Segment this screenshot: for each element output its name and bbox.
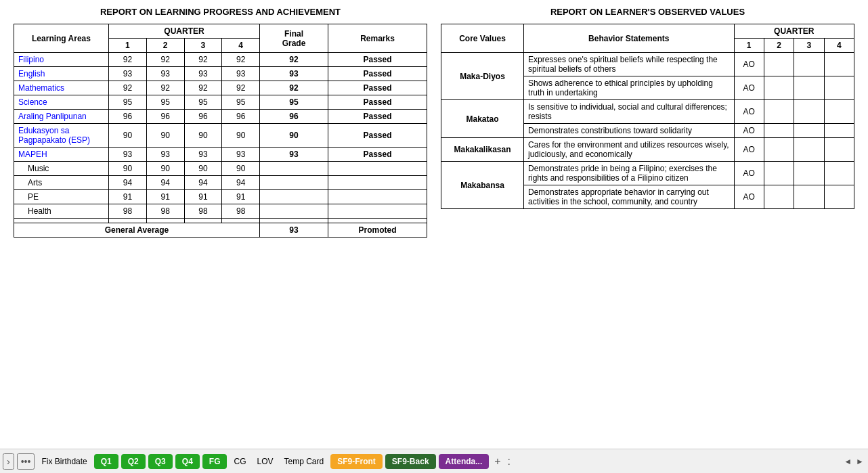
fg-tab[interactable]: FG [202,454,227,469]
right-section-title: REPORT ON LEARNER'S OBSERVED VALUES [441,7,854,17]
q4-tab[interactable]: Q4 [175,454,200,469]
q1-tab[interactable]: Q1 [94,454,118,469]
q1-rating: AO [734,162,764,185]
q4-rating [824,124,854,138]
q2-rating [764,76,794,100]
final-grade: 93 [260,67,328,81]
remarks-header: Remarks [328,24,427,53]
tab-scrollbar: ◄ ► [842,455,865,468]
q3-score: 96 [184,110,222,124]
q2-header: 2 [146,39,184,53]
subject-name: Filipino [14,53,109,67]
final-grade: 96 [260,110,328,124]
quarter-header: QUARTER [109,24,260,39]
remarks [328,176,427,190]
scroll-left-button[interactable]: ◄ [842,455,853,468]
behavior-text: Demonstrates constributions toward solid… [524,124,735,138]
core-value: Makatao [441,100,524,138]
table-row: Science 95 95 95 95 95 Passed [14,95,427,110]
q4-score: 92 [222,53,260,67]
final-grade [260,176,328,190]
q3-header: 3 [184,39,222,53]
lov-tab[interactable]: LOV [253,454,277,469]
q3-score: 93 [184,67,222,81]
q1-rating: AO [734,138,764,162]
q3-rating [794,53,824,76]
q4-score: 92 [222,81,260,95]
subject-name: Mathematics [14,81,109,95]
add-tab-button[interactable]: + [492,455,503,468]
q3-tab[interactable]: Q3 [148,454,173,469]
q1-score: 98 [109,204,147,219]
q4-rating [824,138,854,162]
empty-row [14,219,427,223]
attend-tab[interactable]: Attenda... [439,454,490,469]
q3-rating [794,76,824,100]
core-value: Makabansa [441,162,524,209]
q1-rating: AO [734,124,764,138]
q4-score: 93 [222,148,260,162]
table-row: Music 90 90 90 90 [14,162,427,176]
q2-rating [764,100,794,124]
q1-score: 93 [109,67,147,81]
q2-score: 93 [146,67,184,81]
fix-birthdate-tab[interactable]: Fix Birthdate [37,454,91,469]
q4-score: 96 [222,110,260,124]
remarks: Passed [328,95,427,110]
rq2-header: 2 [764,39,794,53]
q2-score: 91 [146,190,184,204]
sf9-front-tab[interactable]: SF9-Front [330,454,383,469]
q3-rating [794,162,824,185]
q1-score: 91 [109,190,147,204]
q2-rating [764,53,794,76]
table-row: Makabansa Demonstrates pride in being a … [441,162,854,185]
remarks [328,204,427,219]
more-options-button[interactable]: : [506,455,512,468]
q2-tab[interactable]: Q2 [121,454,146,469]
general-avg-label: General Average [14,223,260,238]
remarks [328,190,427,204]
q4-score: 98 [222,204,260,219]
right-section: REPORT ON LEARNER'S OBSERVED VALUES Core… [441,7,854,433]
nav-dots-button[interactable]: ••• [17,453,35,470]
subject-name: Araling Panlipunan [14,110,109,124]
learning-progress-table: Learning Areas QUARTER FinalGrade Remark… [14,24,427,238]
cg-tab[interactable]: CG [230,454,250,469]
q2-score: 90 [146,124,184,148]
core-values-header: Core Values [441,24,524,53]
table-row: Makatao Is sensitive to individual, soci… [441,100,854,124]
q3-score: 93 [184,148,222,162]
final-grade: 92 [260,81,328,95]
rq4-header: 4 [824,39,854,53]
remarks: Passed [328,81,427,95]
core-value: Maka-Diyos [441,53,524,100]
scroll-right-button[interactable]: ► [854,455,865,468]
final-grade [260,190,328,204]
q4-rating [824,100,854,124]
general-avg-remarks: Promoted [328,223,427,238]
q2-rating [764,124,794,138]
q4-header: 4 [222,39,260,53]
sf9-back-tab[interactable]: SF9-Back [385,454,436,469]
final-grade: 95 [260,95,328,110]
q3-score: 94 [184,176,222,190]
nav-prev-button[interactable]: › [3,453,14,470]
q3-rating [794,124,824,138]
table-row: Arts 94 94 94 94 [14,176,427,190]
q1-score: 93 [109,148,147,162]
left-section: REPORT ON LEARNING PROGRESS AND ACHIEVEM… [14,7,427,433]
q3-score: 90 [184,124,222,148]
remarks: Passed [328,148,427,162]
q2-score: 95 [146,95,184,110]
learning-areas-header: Learning Areas [14,24,109,53]
q1-score: 92 [109,81,147,95]
q3-rating [794,100,824,124]
q3-score: 92 [184,53,222,67]
table-row: Makakalikasan Cares for the environment … [441,138,854,162]
q2-score: 96 [146,110,184,124]
temp-card-tab[interactable]: Temp Card [280,454,328,469]
subject-name: Health [14,204,109,219]
q4-score: 90 [222,162,260,176]
behavior-text: Expresses one's spiritual beliefs while … [524,53,735,76]
q1-score: 94 [109,176,147,190]
